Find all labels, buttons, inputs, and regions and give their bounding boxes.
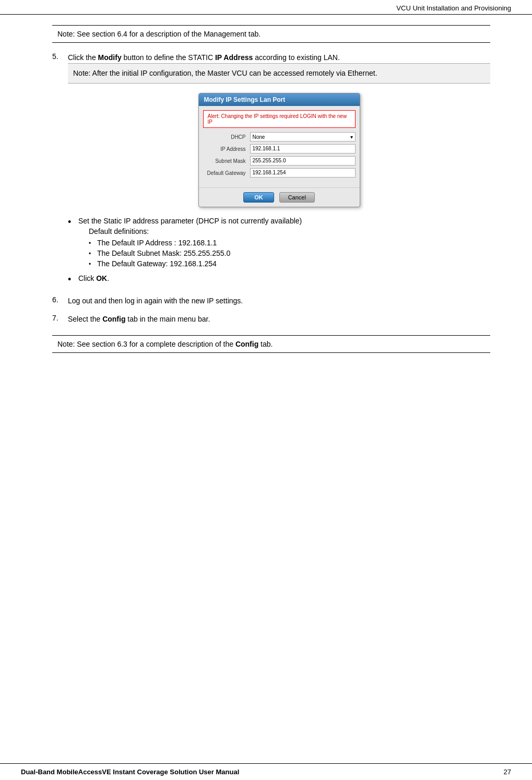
dialog-subnet-label: Subnet Mask — [203, 158, 250, 164]
dialog-gateway-input[interactable]: 192.168.1.254 — [250, 168, 356, 178]
step-7-config: Config — [102, 315, 125, 323]
note-3-config: Config — [235, 340, 258, 348]
step-7: 7. Select the Config tab in the main men… — [52, 314, 490, 325]
dialog-ok-button[interactable]: OK — [243, 192, 274, 203]
step-7-text-before: Select the — [68, 315, 102, 323]
dialog-subnet-row: Subnet Mask 255.255.255.0 — [203, 156, 356, 166]
step-5: 5. Click the Modify button to define the… — [52, 52, 490, 288]
note-3: Note: See section 6.3 for a complete des… — [52, 335, 490, 353]
content-area: Note: See section 6.4 for a description … — [0, 15, 532, 780]
bullet-dot-2: • — [68, 275, 78, 284]
sub-bullet-2-text: The Default Subnet Mask: 255.255.255.0 — [97, 249, 230, 257]
dialog-gateway-value: 192.168.1.254 — [253, 170, 286, 175]
step-5-content: Click the Modify button to define the ST… — [68, 52, 490, 288]
dialog-dhcp-row: DHCP None ▾ — [203, 132, 356, 141]
step-5-ip-address: IP Address — [215, 53, 253, 62]
bullet-1-content: Set the Static IP address parameter (DHC… — [78, 217, 490, 270]
dialog-form: DHCP None ▾ IP Address 192.168.1.1 — [199, 128, 360, 184]
page-footer: Dual-Band MobileAccessVE Instant Coverag… — [0, 763, 532, 780]
sub-bullet-1-text: The Default IP Address : 192.168.1.1 — [97, 239, 217, 247]
step-6: 6. Log out and then log in again with th… — [52, 296, 490, 306]
footer-left: Dual-Band MobileAccessVE Instant Coverag… — [21, 768, 239, 776]
step-7-text: Select the Config tab in the main menu b… — [68, 314, 490, 325]
note-2-text: Note: After the initial IP configuration… — [73, 69, 377, 77]
step-5-text: Click the Modify button to define the ST… — [68, 52, 490, 63]
footer-page: 27 — [504, 768, 511, 776]
note-2: Note: After the initial IP configuration… — [68, 63, 490, 84]
page-container: VCU Unit Installation and Provisioning N… — [0, 0, 532, 780]
bullet-item-1: • Set the Static IP address parameter (D… — [68, 217, 490, 270]
bullet-list: • Set the Static IP address parameter (D… — [68, 217, 490, 284]
dialog-subnet-input[interactable]: 255.255.255.0 — [250, 156, 356, 166]
dialog-ip-label: IP Address — [203, 146, 250, 152]
dialog-subnet-value: 255.255.255.0 — [253, 158, 286, 163]
dialog-gateway-row: Default Gateway 192.168.1.254 — [203, 168, 356, 178]
header-title: VCU Unit Installation and Provisioning — [396, 4, 511, 12]
step-6-content: Log out and then log in again with the n… — [68, 296, 490, 306]
step-7-text-after: tab in the main menu bar. — [125, 315, 210, 323]
bullet-1-text: Set the Static IP address parameter (DHC… — [78, 217, 302, 225]
bullet-2-suffix: . — [107, 274, 109, 282]
dialog-title: Modify IP Settings Lan Port — [199, 93, 360, 106]
dialog-alert: Alert: Changing the IP settings required… — [203, 110, 356, 128]
dialog-buttons: OK Cancel — [199, 187, 360, 207]
dialog-box: Modify IP Settings Lan Port Alert: Chang… — [198, 93, 360, 207]
sub-bullet-list: • The Default IP Address : 192.168.1.1 •… — [78, 239, 490, 268]
note-1: Note: See section 6.4 for a description … — [52, 25, 490, 43]
step-6-number: 6. — [52, 296, 68, 304]
note-3-text-after: tab. — [258, 340, 273, 348]
sub-bullet-3-text: The Default Gateway: 192.168.1.254 — [97, 259, 217, 268]
dialog-ip-row: IP Address 192.168.1.1 — [203, 144, 356, 153]
sub-bullet-3: • The Default Gateway: 192.168.1.254 — [89, 259, 490, 268]
sub-bullet-dot-1: • — [89, 240, 97, 247]
dialog-dhcp-value: None — [253, 134, 265, 140]
step-5-number: 5. — [52, 52, 68, 61]
step-5-text-middle: button to define the STATIC — [122, 53, 215, 62]
note-3-text-before: Note: See section 6.3 for a complete des… — [57, 340, 235, 348]
step-7-number: 7. — [52, 314, 68, 322]
sub-bullet-dot-2: • — [89, 250, 97, 257]
bullet-item-2: • Click OK. — [68, 274, 490, 284]
sub-bullet-1: • The Default IP Address : 192.168.1.1 — [89, 239, 490, 247]
step-5-text-after: according to existing LAN. — [253, 53, 340, 62]
page-header: VCU Unit Installation and Provisioning — [0, 0, 532, 15]
bullet-2-prefix: Click — [78, 274, 96, 282]
dialog-gateway-label: Default Gateway — [203, 170, 250, 176]
bullet-dot-1: • — [68, 217, 78, 227]
sub-bullet-2: • The Default Subnet Mask: 255.255.255.0 — [89, 249, 490, 257]
dialog-dhcp-label: DHCP — [203, 134, 250, 140]
bullet-2-content: Click OK. — [78, 274, 490, 282]
sub-header: Default definitions: — [89, 227, 149, 235]
note-1-text: Note: See section 6.4 for a description … — [57, 30, 261, 38]
dialog-ip-value: 192.168.1.1 — [253, 146, 280, 151]
step-7-content: Select the Config tab in the main menu b… — [68, 314, 490, 325]
chevron-down-icon: ▾ — [350, 134, 353, 140]
dialog-screenshot: Modify IP Settings Lan Port Alert: Chang… — [68, 93, 490, 207]
dialog-ip-input[interactable]: 192.168.1.1 — [250, 144, 356, 153]
step-5-modify: Modify — [98, 53, 122, 62]
sub-bullet-dot-3: • — [89, 261, 97, 268]
bullet-2-ok: OK — [96, 274, 107, 282]
step-6-text: Log out and then log in again with the n… — [68, 296, 490, 306]
dialog-cancel-button[interactable]: Cancel — [279, 192, 315, 203]
dialog-dhcp-select[interactable]: None ▾ — [250, 132, 356, 141]
step-5-text-before: Click the — [68, 53, 98, 62]
